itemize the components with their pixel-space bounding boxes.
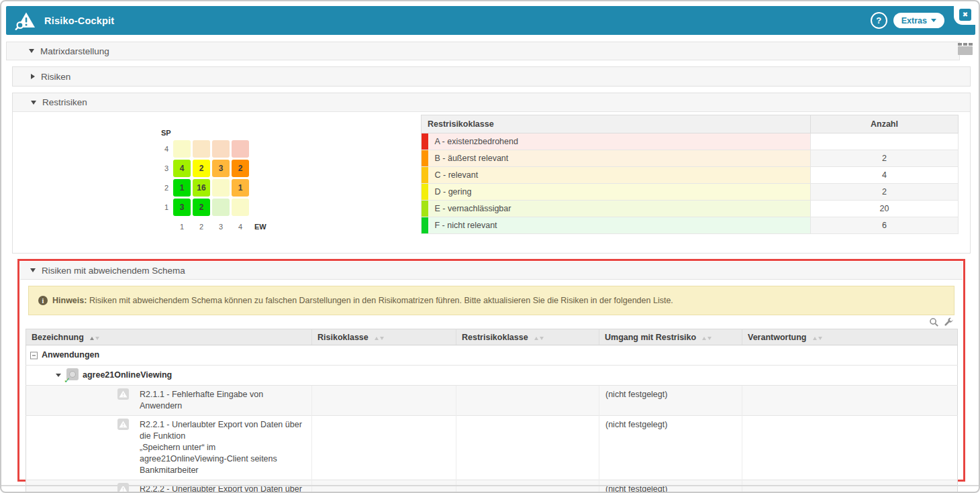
class-label: D - gering (428, 184, 811, 201)
risikoklasse-cell (312, 386, 456, 416)
section-label-restrisiken: Restrisiken (42, 97, 87, 107)
window-bottom-divider (1, 485, 979, 486)
collapse-triangle-icon (30, 268, 36, 272)
table-view-icon[interactable] (958, 43, 973, 56)
matrix-y-tick: 1 (161, 203, 173, 211)
risk-matrix: SP 434232211611321234EW (161, 139, 274, 236)
search-icon[interactable] (929, 317, 939, 327)
hint-title: Hinweis: (52, 296, 87, 305)
risk-row[interactable]: R2.1.1 - Fehlerhafte Eingabe von Anwende… (26, 386, 958, 416)
sort-icons[interactable] (375, 337, 384, 340)
close-button-notch: ✖ (954, 4, 976, 25)
section-header-matrixdarstellung[interactable]: Matrixdarstellung (6, 42, 960, 60)
subgroup-row[interactable]: ✓agree21OnlineViewing (26, 366, 958, 386)
app-title: Risiko-Cockpit (44, 15, 114, 26)
sort-desc-icon[interactable] (540, 337, 544, 340)
column-header-umgang-mit-restrisiko[interactable]: Umgang mit Restrisiko (599, 329, 742, 345)
column-label: Risikoklasse (317, 333, 369, 342)
matrix-cell: 1 (173, 179, 191, 197)
sort-icons[interactable] (534, 337, 544, 340)
table-view-icon-header (958, 43, 973, 46)
column-header-bezeichnung[interactable]: Bezeichnung (26, 329, 312, 345)
risiko-cockpit-window: Risiko-Cockpit ? Extras ✖ Matrixdarstell… (0, 0, 980, 493)
collapse-triangle-icon (29, 49, 34, 53)
section-header-schema[interactable]: Risiken mit abweichendem Schema (20, 262, 963, 280)
sort-icons[interactable] (813, 337, 822, 340)
restrisiko-class-row: F - nicht relevant6 (422, 217, 959, 234)
class-color-strip (422, 133, 428, 150)
matrix-y-axis-label: SP (161, 129, 171, 137)
sort-desc-icon[interactable] (380, 337, 384, 340)
matrix-cell: 4 (173, 160, 191, 177)
class-color-strip (422, 217, 428, 234)
sort-icons[interactable] (90, 337, 99, 340)
sort-asc-icon[interactable] (90, 337, 94, 340)
group-cell: Anwendungen (26, 345, 958, 366)
group-row[interactable]: Anwendungen (26, 345, 958, 366)
class-count: 2 (811, 184, 959, 201)
class-label: E - vernachlässigbar (428, 201, 811, 217)
column-label: Restrisikoklasse (462, 333, 528, 342)
restrisikoklasse-cell (456, 480, 599, 493)
matrix-cell: 16 (193, 179, 210, 197)
matrix-cell: 2 (193, 160, 210, 177)
group-label: Anwendungen (42, 350, 99, 360)
risk-matrix-grid: 434232211611321234EW (161, 139, 274, 236)
matrix-cell: 3 (212, 160, 230, 177)
section-header-risiken[interactable]: Risiken (13, 67, 970, 86)
sort-desc-icon[interactable] (95, 337, 99, 340)
restrisiko-table-body: A - existenzbedrohendB - äußerst relevan… (422, 133, 959, 234)
class-label: B - äußerst relevant (428, 150, 811, 167)
sort-asc-icon[interactable] (702, 337, 706, 340)
restrisiko-class-row: D - gering2 (422, 184, 959, 201)
extras-button[interactable]: Extras (893, 13, 944, 28)
close-button[interactable]: ✖ (959, 9, 971, 21)
class-count: 20 (811, 201, 959, 217)
sort-desc-icon[interactable] (818, 337, 822, 340)
class-count (811, 133, 959, 150)
column-label: Bezeichnung (32, 333, 84, 342)
section-label-matrixdarstellung: Matrixdarstellung (40, 46, 109, 56)
sort-desc-icon[interactable] (707, 337, 712, 340)
column-header-verantwortung[interactable]: Verantwortung (742, 329, 958, 345)
risk-row[interactable]: R2.2.1 - Unerlaubter Export von Daten üb… (26, 416, 958, 480)
risk-name-cell: R2.1.1 - Fehlerhafte Eingabe von Anwende… (26, 386, 312, 416)
sort-asc-icon[interactable] (375, 337, 379, 340)
risk-name-cell: R2.2.1 - Unerlaubter Export von Daten üb… (26, 416, 312, 480)
umgang-cell: (nicht festgelegt) (599, 416, 742, 480)
restrisikoklasse-cell (456, 416, 599, 480)
risk-row[interactable]: R2.2.2 - Unerlaubter Export von Daten üb… (26, 480, 958, 493)
titlebar-actions: ? Extras (871, 12, 944, 29)
column-header-restrisikoklasse[interactable]: Restrisikoklasse (456, 329, 599, 345)
collapse-minus-icon[interactable] (30, 351, 38, 359)
risk-name-cell: R2.2.2 - Unerlaubter Export von Daten üb… (26, 480, 312, 493)
risk-name: R2.2.1 - Unerlaubter Export von Daten üb… (140, 420, 302, 475)
sort-asc-icon[interactable] (534, 337, 538, 340)
sort-icons[interactable] (702, 337, 712, 340)
restrisiko-table-header-row: Restrisikoklasse Anzahl (422, 115, 959, 133)
risikoklasse-cell (312, 416, 456, 480)
matrix-cell (212, 140, 230, 158)
class-label: A - existenzbedrohend (428, 133, 811, 150)
help-button[interactable]: ? (871, 12, 887, 29)
verantwortung-cell (742, 480, 958, 493)
class-color-strip (422, 184, 428, 201)
table-view-icon-body (958, 46, 973, 55)
restrisikoklasse-cell (456, 386, 599, 416)
application-icon: ✓ (66, 368, 79, 380)
risikoklasse-cell (312, 480, 456, 493)
restrisiko-class-row: A - existenzbedrohend (422, 133, 959, 150)
sort-asc-icon[interactable] (813, 337, 817, 340)
settings-wrench-icon[interactable] (944, 317, 954, 327)
section-header-restrisiken[interactable]: Restrisiken (13, 93, 970, 112)
hint-banner: i Hinweis: Risiken mit abweichendem Sche… (28, 286, 954, 315)
risk-table-header-row: BezeichnungRisikoklasseRestrisikoklasseU… (26, 329, 958, 345)
column-header-risikoklasse[interactable]: Risikoklasse (312, 329, 456, 345)
matrix-cell: 2 (193, 199, 210, 216)
risk-table-body: Anwendungen✓agree21OnlineViewingR2.1.1 -… (26, 345, 958, 493)
collapse-triangle-icon[interactable] (56, 374, 61, 377)
column-header-anzahl: Anzahl (811, 115, 959, 133)
section-risiken: Risiken (12, 66, 971, 87)
matrix-cell (212, 179, 230, 197)
expand-triangle-icon (31, 74, 35, 79)
